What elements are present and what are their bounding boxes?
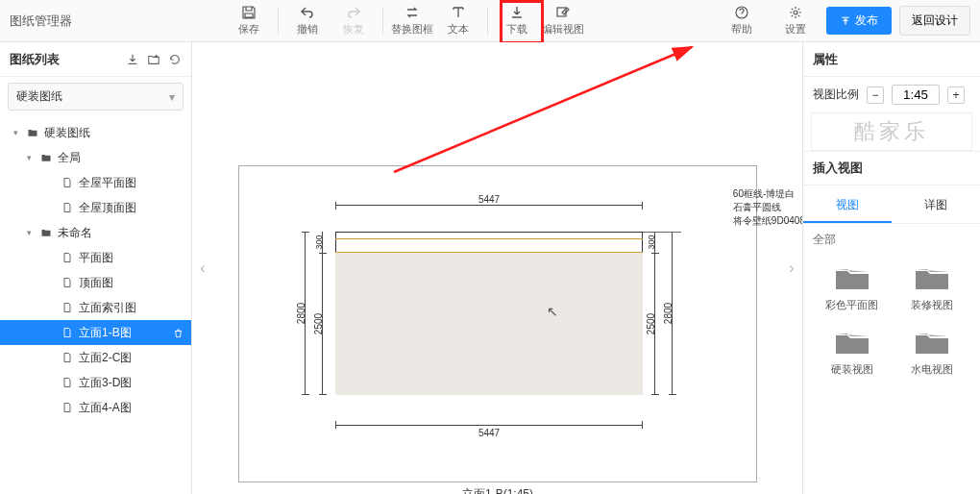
tree-node-立面索引图[interactable]: 立面索引图 [0,295,191,320]
red-arrow-annotation [384,42,711,177]
drawing-frame: 5447 5447 2800 2500 2500 2800 300 300 60… [238,165,757,482]
tree-node-立面3-D图[interactable]: 立面3-D图 [0,370,191,395]
next-page-button[interactable]: › [785,254,798,283]
tree-node-顶面图[interactable]: 顶面图 [0,270,191,295]
tab-view[interactable]: 视图 [803,189,892,223]
dimension-left-outer: 2800 [305,232,306,395]
import-icon[interactable] [126,53,139,66]
thumbnail-装修视图[interactable]: 装修视图 [896,263,967,312]
document-icon [61,177,75,188]
thumbnail-彩色平面图[interactable]: 彩色平面图 [817,263,887,312]
undo-icon [300,5,315,20]
delete-icon[interactable] [173,328,184,338]
refresh-icon[interactable] [168,53,182,66]
cursor-icon: ↖ [547,304,558,319]
document-icon [61,252,75,263]
folder-icon [833,328,871,357]
tree-node-硬装图纸[interactable]: ▾硬装图纸 [0,120,191,145]
document-icon [61,377,75,388]
document-icon [61,277,75,288]
document-icon [61,302,75,313]
insert-tabs: 视图 详图 [803,189,980,224]
left-panel: 图纸列表 硬装图纸 ▾ ▾硬装图纸▾全局全屋平面图全屋顶面图▾未命名平面图顶面图… [0,42,192,494]
scale-row: 视图比例 − + [803,77,980,112]
section-all-label: 全部 [803,224,980,256]
drawing-caption: 立面1-B(1:45) [238,486,757,494]
tool-group-main: 保存 撤销 恢复 替换图框 文本 下载 编辑视图 [226,0,586,42]
settings-button[interactable]: 设置 [772,0,819,42]
help-button[interactable]: 帮助 [719,0,765,42]
tree-node-全局[interactable]: ▾全局 [0,145,191,170]
replace-frame-button[interactable]: 替换图框 [389,0,435,42]
insert-view-header: 插入视图 [803,151,980,185]
drawing-type-dropdown[interactable]: 硬装图纸 ▾ [8,83,184,111]
scale-label: 视图比例 [813,86,859,103]
app-title: 图纸管理器 [10,12,72,30]
scale-increase-button[interactable]: + [947,86,965,104]
elevation-drawing: 5447 5447 2800 2500 2500 2800 300 300 60… [297,203,681,424]
folder-icon [40,152,54,163]
text-icon [451,5,466,20]
download-button[interactable]: 下载 [494,0,540,42]
tree-node-平面图[interactable]: 平面图 [0,245,191,270]
folder-icon [27,127,40,138]
dimension-bottom: 5447 [335,408,643,426]
folder-icon [913,263,951,292]
new-folder-icon[interactable] [147,53,160,66]
gear-icon [788,5,803,20]
tree-node-未命名[interactable]: ▾未命名 [0,220,191,245]
watermark-logo: 酷家乐 [811,112,972,151]
properties-header: 属性 [803,42,980,77]
document-icon [61,327,75,338]
undo-button[interactable]: 撤销 [284,0,331,42]
thumbnail-硬装视图[interactable]: 硬装视图 [817,328,887,377]
tree-node-立面4-A图[interactable]: 立面4-A图 [0,395,191,420]
svg-point-2 [794,11,797,14]
toolbar-right: 帮助 设置 发布 返回设计 [719,0,970,42]
tree-node-全屋平面图[interactable]: 全屋平面图 [0,170,191,195]
back-button[interactable]: 返回设计 [899,6,970,36]
view-thumbnails: 彩色平面图装修视图硬装视图水电视图 [803,256,980,384]
folder-icon [913,328,951,357]
download-icon [509,5,525,20]
scale-input[interactable] [892,85,940,105]
tree-node-全屋顶面图[interactable]: 全屋顶面图 [0,195,191,220]
save-button[interactable]: 保存 [226,0,272,42]
redo-icon [346,5,361,20]
canvas-area[interactable]: ‹ › 5447 5447 2800 2500 2500 2800 300 30… [192,42,802,494]
svg-line-3 [394,47,692,172]
drawing-list-header: 图纸列表 [0,42,191,77]
dimension-left-small: 300 [322,232,323,253]
redo-button[interactable]: 恢复 [331,0,377,42]
tree-node-立面1-B图[interactable]: 立面1-B图 [0,320,191,345]
dimension-left-inner: 2500 [322,253,323,395]
save-label: 保存 [238,22,259,37]
upload-icon [840,15,851,27]
prev-page-button[interactable]: ‹ [196,254,209,283]
dimension-top: 5447 [335,205,643,222]
drawing-tree: ▾硬装图纸▾全局全屋平面图全屋顶面图▾未命名平面图顶面图立面索引图立面1-B图立… [0,116,191,494]
folder-icon [40,227,54,238]
edit-view-icon [555,5,571,20]
swap-icon [404,5,420,20]
help-icon [734,5,749,20]
dimension-right-outer: 2800 [672,232,673,395]
top-toolbar: 图纸管理器 保存 撤销 恢复 替换图框 文本 下载 [0,0,980,42]
document-icon [61,202,75,213]
folder-icon [833,263,871,292]
drawing-notes: 60框线-博堤白 石膏平圆线 将令壁纸9D040802 [733,187,802,228]
dimension-right-inner: 2500 [654,253,655,395]
save-icon [241,5,257,20]
document-icon [61,352,75,363]
svg-rect-0 [557,8,566,16]
document-icon [61,402,75,413]
chevron-down-icon: ▾ [169,90,175,104]
tree-node-立面2-C图[interactable]: 立面2-C图 [0,345,191,370]
text-button[interactable]: 文本 [435,0,481,42]
tab-detail[interactable]: 详图 [892,189,980,223]
thumbnail-水电视图[interactable]: 水电视图 [896,328,967,377]
publish-button[interactable]: 发布 [826,7,892,35]
edit-view-button[interactable]: 编辑视图 [540,0,586,42]
scale-decrease-button[interactable]: − [867,86,884,104]
dimension-right-small: 300 [654,232,655,253]
